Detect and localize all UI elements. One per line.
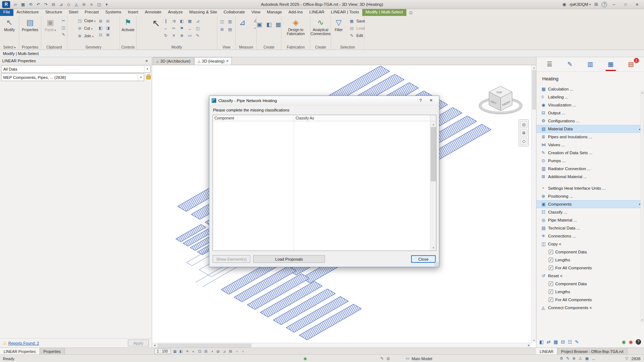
copy-icon[interactable]: ◫ — [195, 25, 201, 31]
view-a-icon[interactable]: ◫ — [219, 18, 225, 25]
ribbon-tab[interactable]: Analyze — [165, 9, 186, 16]
panel-item[interactable]: ◬ Connect Components < — [536, 304, 644, 312]
group-icon[interactable]: ▣ — [256, 20, 264, 29]
pan-icon[interactable]: ◇ — [520, 138, 527, 145]
revit-logo-icon[interactable]: R — [2, 1, 10, 8]
scroll-down-icon[interactable] — [532, 338, 536, 343]
panel-item[interactable]: ⚙ Configurations ... — [536, 117, 644, 125]
edit-selection-button[interactable]: ✎Edit — [348, 32, 365, 39]
modify-button[interactable]: ↖ Modify — [1, 17, 18, 32]
checkbox[interactable] — [549, 282, 553, 286]
panel-header[interactable]: LINEAR Properties — [0, 57, 152, 64]
undo-icon[interactable]: ↶ — [34, 1, 42, 8]
panel-item[interactable]: ⊟ Output ... — [536, 109, 644, 117]
chevron-down-icon[interactable] — [138, 74, 144, 81]
move-icon[interactable]: ↔ — [187, 25, 193, 31]
geo5-icon[interactable]: ⊡ — [97, 32, 104, 38]
panel-item[interactable]: ◫ Copy < — [536, 240, 644, 248]
maximize-button[interactable] — [621, 1, 630, 8]
match-props-icon[interactable]: ✎ — [60, 31, 67, 38]
geo4-icon[interactable]: ◨ — [105, 25, 111, 31]
background-processes-icon[interactable]: ◉ — [304, 356, 307, 361]
user-icon[interactable]: ◉ — [561, 1, 568, 8]
panel-item[interactable]: ▦ Calculation ... — [536, 85, 644, 93]
ribbon-tab[interactable]: Annotate — [142, 9, 165, 16]
scroll-up-icon[interactable] — [532, 65, 536, 70]
view-tab[interactable]: 3D (He­ating) — [195, 57, 232, 65]
checkbox[interactable] — [549, 298, 553, 302]
dim-icon[interactable]: ◇ — [65, 1, 72, 8]
reports-found-link[interactable]: Reports Found: 2 — [8, 341, 39, 345]
ribbon-tab[interactable]: Structure — [42, 9, 66, 16]
ribbon-tab[interactable]: LINEAR | Tools — [328, 9, 363, 16]
print-icon[interactable]: ⊟ — [50, 1, 57, 8]
panel-item[interactable]: ▤ Material Data ▴ — [536, 125, 644, 133]
pan-left-icon[interactable] — [235, 349, 239, 353]
load-proposals-button[interactable]: Load Proposals — [253, 255, 325, 263]
align-icon[interactable]: ∥ — [163, 18, 169, 24]
design-to-fabrication-button[interactable]: ◈ Design to Fabrication — [283, 17, 309, 36]
sync-icon[interactable]: ⟲ — [27, 1, 34, 8]
panel-display-toggle-icon[interactable]: ◫ — [406, 9, 415, 16]
rp-b3-icon[interactable]: ▦ — [553, 339, 558, 345]
paint-icon[interactable]: ✎ — [195, 33, 201, 39]
rotate-icon[interactable]: ↻ — [163, 33, 169, 39]
dialog-help-button[interactable] — [416, 98, 425, 103]
scrollbar-thumb[interactable] — [157, 344, 251, 348]
panel-item[interactable]: ◊ Labeling ... — [536, 93, 644, 101]
panel-item[interactable]: ⋈ Valves ... — [536, 141, 644, 149]
classify-as-column-header[interactable]: Classify As — [294, 115, 430, 121]
cut-clip-icon[interactable]: ✂ — [60, 18, 67, 24]
columns-icon[interactable]: ▥ — [584, 59, 597, 70]
panel-item[interactable]: For All Components — [536, 264, 644, 272]
rp-b4-icon[interactable]: ⊟ — [561, 339, 565, 345]
ribbon-tab[interactable]: LINEAR — [306, 9, 328, 16]
resize-grip[interactable] — [434, 262, 439, 266]
panel-item[interactable]: For All Components — [536, 296, 644, 304]
geo3-icon[interactable]: ◧ — [97, 25, 104, 31]
active-design-option[interactable]: Main Model — [411, 357, 432, 361]
canvas-horizontal-scrollbar[interactable] — [152, 343, 531, 348]
viewcube-top-label[interactable]: TOP — [496, 91, 502, 94]
pan-right-icon[interactable] — [241, 349, 245, 353]
view-c-icon[interactable]: ⊞ — [219, 26, 225, 33]
panel-item[interactable]: Component Data — [536, 248, 644, 256]
ribbon-tab[interactable]: Manage — [264, 9, 285, 16]
ribbon-tab[interactable]: Precast — [81, 9, 102, 16]
show-elements-button[interactable]: Show Element(s) — [213, 255, 250, 263]
select-panel-label[interactable]: Select — [0, 45, 19, 50]
ribbon-cycle-icon[interactable]: ▾ — [103, 1, 110, 8]
edit-tools-icon[interactable]: ✎ — [563, 59, 576, 70]
scrollbar-thumb[interactable] — [532, 70, 536, 110]
rp-b1-icon[interactable]: ◧ — [539, 339, 544, 345]
geo6-icon[interactable]: ⊠ — [105, 32, 111, 38]
selection-filter-icon[interactable]: ▽ — [625, 356, 628, 361]
view-b-icon[interactable]: ▥ — [227, 18, 233, 25]
panel-tab[interactable]: Properties — [40, 348, 65, 355]
ribbon-tab[interactable]: Architecture — [13, 9, 42, 16]
close-tab-icon[interactable] — [226, 59, 229, 63]
switch-windows-icon[interactable]: ◫ — [95, 1, 103, 8]
table-scrollbar[interactable] — [430, 121, 436, 251]
ribbon-tab[interactable]: Steel — [66, 9, 81, 16]
editable-icon[interactable]: ✎ — [566, 356, 569, 361]
app-store-icon[interactable]: ⊞ — [593, 1, 599, 8]
ribbon-tab[interactable]: View — [248, 9, 264, 16]
scrollbar-thumb[interactable] — [431, 127, 436, 181]
warn-icon[interactable]: ⚠ — [578, 356, 582, 361]
scroll-left-icon[interactable] — [152, 343, 157, 348]
panel-help-icon[interactable] — [636, 339, 641, 345]
titlebar[interactable]: R ▱▦⟲↶↷⊟⊿◇◬⊘≡◫▾ Autodesk Revit 2025 - Of… — [0, 0, 644, 9]
panel-item[interactable]: ✎ Creation of Data Sets ... — [536, 149, 644, 157]
rp-b5-icon[interactable]: ☷ — [568, 339, 572, 345]
cut-button[interactable]: ⊘Cut — [76, 25, 96, 32]
panel-scrollbar[interactable] — [640, 90, 644, 322]
view-tab[interactable]: 3D (Architecture) — [153, 57, 194, 65]
dialog-titlebar[interactable]: Classify - Pipe Network Heating — [209, 96, 439, 105]
scroll-right-icon[interactable] — [527, 343, 531, 348]
vb-reveal-icon[interactable]: ◍ — [215, 349, 221, 354]
view-d-icon[interactable]: ▤ — [227, 26, 233, 33]
chevron-down-icon[interactable] — [144, 66, 150, 72]
paste-button[interactable]: ▣ Paste — [42, 17, 59, 32]
measure-button[interactable]: ⊿ — [234, 17, 251, 28]
